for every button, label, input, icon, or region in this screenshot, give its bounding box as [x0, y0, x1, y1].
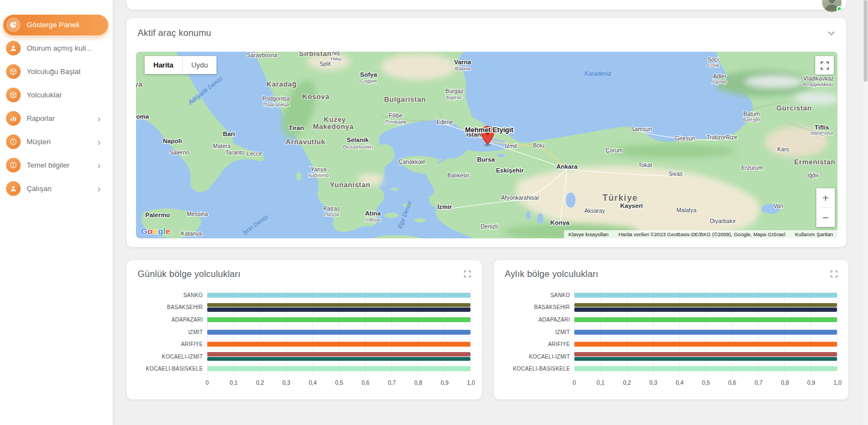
sidebar-item-yolculuklar[interactable]: Yolculuklar [0, 83, 113, 107]
axis-tick: 0,4 [675, 379, 684, 386]
google-logo-letter: G [141, 226, 147, 236]
axis-tick: 0,9 [807, 379, 815, 386]
map-label: Salerno [170, 149, 189, 156]
sidebar-item-raporlar[interactable]: Raporlar› [0, 107, 113, 130]
map-label: Сочи [707, 62, 719, 68]
map-canvas[interactable]: SaraybosnaSırbistanSplitNişНишSofyaСофия… [136, 52, 838, 238]
axis-tick: 0,3 [649, 379, 658, 386]
map-label: Diyarbakır [710, 218, 736, 224]
map-label: Iğdır [808, 172, 819, 178]
axis-tick: 0,7 [388, 379, 396, 386]
scrollbar-thumb[interactable] [864, 0, 867, 82]
bar [574, 293, 837, 298]
sidebar-item-müşteri[interactable]: Müşteri› [0, 130, 113, 153]
map-label: Afyonkarahisar [501, 194, 539, 201]
bar-track [574, 326, 838, 338]
bar-track [574, 363, 838, 375]
axis-tick: 0,8 [781, 379, 789, 386]
google-logo-letter: o [147, 226, 153, 236]
axis-tick: 0,7 [754, 379, 762, 386]
monthly-region-trips-card: Aylık bölge yolculukları SANKOBASAKSEHIR… [494, 260, 848, 399]
sidebar-item-gösterge-paneli[interactable]: Gösterge Paneli [0, 13, 113, 36]
collapse-chevron-down-icon[interactable] [827, 30, 835, 36]
axis-tick: 0,8 [414, 379, 423, 386]
chart-row: ADAPAZARI [138, 313, 471, 326]
sidebar-item-temel-bilgiler[interactable]: Temel bilgiler› [0, 153, 113, 177]
category-label: KOCAELI-IZMIT [505, 354, 570, 360]
sidebar-item-label: Yolculuklar [27, 91, 62, 99]
map-label: Çanakkale [399, 158, 426, 165]
sidebar-item-çalışan[interactable]: Çalışan› [0, 177, 113, 200]
map-view-button[interactable]: Harita [145, 56, 182, 74]
online-status-dot [836, 6, 842, 11]
zoom-control: + − [816, 188, 835, 227]
map-label: Tiran [289, 125, 304, 131]
bar [574, 352, 837, 356]
map-label: Karadeniz [585, 70, 612, 77]
zoom-in-button[interactable]: + [816, 188, 835, 207]
bar [574, 307, 837, 312]
map-type-control: Harita Uydu [145, 56, 216, 74]
expand-icon[interactable] [464, 270, 471, 278]
bar [207, 330, 470, 335]
bar [207, 352, 470, 356]
axis-tick: 0,3 [282, 379, 290, 386]
info-icon [6, 134, 21, 149]
user-avatar[interactable] [822, 0, 842, 13]
bar-track [574, 338, 838, 350]
axis-tick: 0 [206, 379, 209, 386]
map-label: Roma [136, 113, 150, 120]
map-label: Split [320, 60, 331, 67]
category-label: IZMIT [505, 329, 570, 335]
map-label: Ankara [556, 163, 578, 170]
zoom-out-button[interactable]: − [816, 208, 835, 227]
category-label: ARIFIYE [505, 341, 570, 347]
satellite-view-button[interactable]: Uydu [182, 56, 216, 74]
bar [574, 317, 837, 322]
map-label: Filibe [389, 112, 402, 119]
map-label: Αθήνα [365, 217, 381, 223]
map-label: Sofya [360, 71, 377, 78]
sidebar-item-label: Müşteri [27, 138, 51, 146]
monthly-region-trips-chart: SANKOBASAKSEHIRADAPAZARIIZMITARIFIYEKOCA… [494, 282, 848, 387]
map-label: Tokat [638, 162, 652, 168]
axis-tick: 0,4 [309, 379, 317, 386]
map-label: Gürcistan [777, 104, 812, 112]
axis-tick: 1,0 [467, 379, 475, 386]
terms-link[interactable]: Kullanım Şartları [795, 231, 833, 237]
google-map[interactable]: SaraybosnaSırbistanSplitNişНишSofyaСофия… [136, 52, 838, 238]
axis-tick: 0,5 [335, 379, 343, 386]
chevron-right-icon: › [97, 184, 104, 194]
axis-tick: 0,6 [728, 379, 736, 386]
fullscreen-button[interactable] [815, 56, 834, 75]
sidebar-item-oturum-açmış-kull[interactable]: Oturum açmış kull... [0, 36, 113, 60]
map-attribution: Klavye kısayolları Harita verileri ©2023… [564, 230, 838, 238]
daily-region-trips-card: Günlük bölge yolculukları SANKOBASAKSEHI… [127, 260, 482, 399]
monthly-chart-header: Aylık bölge yolculukları [494, 260, 848, 282]
map-label: Arnavutluk [286, 138, 325, 146]
bar-track [207, 313, 471, 326]
map-label: Варна [455, 65, 470, 71]
map-label: Malatya [677, 207, 697, 213]
chart-row: ADAPAZARI [505, 313, 838, 326]
google-logo-letter: e [166, 226, 171, 236]
info-icon [6, 158, 21, 173]
chevron-right-icon: › [97, 161, 104, 170]
bar-track [574, 289, 838, 301]
map-label: Aksaray [584, 207, 605, 214]
map-label: Подгорица [263, 101, 289, 107]
bar [574, 366, 837, 371]
category-label: BASAKSEHIR [138, 304, 203, 310]
sidebar-item-label: Raporlar [27, 114, 55, 122]
map-label: Trabzon [706, 134, 727, 140]
map-label: Eskişehir [496, 167, 524, 174]
google-logo[interactable]: Google [141, 226, 171, 236]
map-label: Kayseri [621, 202, 643, 209]
expand-icon[interactable] [830, 270, 838, 278]
keyboard-shortcuts-link[interactable]: Klavye kısayolları [568, 231, 609, 237]
bar-track [207, 338, 471, 350]
page-scrollbar[interactable] [863, 0, 868, 425]
category-label: BASAKSEHIR [505, 304, 570, 310]
sidebar-item-yolculuğu-başlat[interactable]: Yolculuğu Başlat [0, 60, 113, 83]
map-label: Пловдив [385, 119, 406, 125]
